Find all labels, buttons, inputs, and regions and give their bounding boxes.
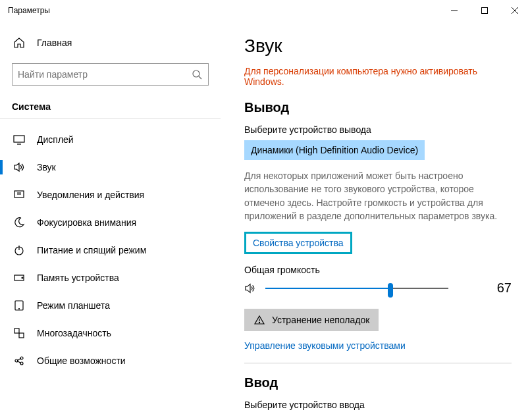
sidebar-item-label: Режим планшета bbox=[37, 300, 110, 311]
sidebar-item-notifications[interactable]: Уведомления и действия bbox=[0, 181, 221, 209]
svg-line-5 bbox=[199, 76, 201, 79]
sidebar-item-display[interactable]: Дисплей bbox=[0, 126, 221, 153]
notification-icon bbox=[13, 189, 25, 201]
moon-icon bbox=[13, 217, 25, 228]
input-header: Ввод bbox=[244, 375, 512, 390]
svg-rect-15 bbox=[14, 328, 19, 333]
svg-rect-11 bbox=[14, 275, 24, 280]
sidebar-item-power[interactable]: Питание и спящий режим bbox=[0, 236, 221, 264]
minimize-button[interactable] bbox=[439, 0, 469, 21]
sidebar-item-sound[interactable]: Звук bbox=[0, 153, 221, 181]
search-icon bbox=[191, 68, 203, 80]
output-device-dropdown[interactable]: Динамики (High Definition Audio Device) bbox=[244, 140, 425, 160]
slider-fill bbox=[265, 288, 388, 289]
nav-list: Дисплей Звук Уведомления и действия Фоку… bbox=[0, 126, 221, 375]
speaker-icon[interactable] bbox=[244, 282, 256, 294]
storage-icon bbox=[13, 272, 25, 284]
slider-thumb[interactable] bbox=[388, 283, 393, 298]
multitask-icon bbox=[13, 327, 25, 339]
sidebar-item-focus[interactable]: Фокусировка внимания bbox=[0, 209, 221, 236]
sidebar-item-label: Многозадачность bbox=[37, 328, 111, 338]
input-device-label: Выберите устройство ввода bbox=[244, 400, 512, 410]
svg-rect-16 bbox=[19, 333, 24, 338]
sidebar-item-shared[interactable]: Общие возможности bbox=[0, 347, 221, 375]
troubleshoot-button[interactable]: Устранение неполадок bbox=[244, 309, 379, 331]
svg-rect-1 bbox=[482, 8, 488, 14]
sidebar-item-label: Звук bbox=[37, 162, 56, 172]
window-controls bbox=[439, 0, 530, 21]
volume-slider[interactable] bbox=[265, 288, 448, 289]
warning-icon bbox=[253, 314, 265, 326]
sidebar-item-multitask[interactable]: Многозадачность bbox=[0, 319, 221, 347]
device-properties-link[interactable]: Свойства устройства bbox=[244, 232, 352, 254]
manage-devices-link[interactable]: Управление звуковыми устройствами bbox=[244, 340, 406, 351]
window-title: Параметры bbox=[8, 6, 50, 15]
sidebar-item-tablet[interactable]: Режим планшета bbox=[0, 292, 221, 319]
sound-icon bbox=[13, 161, 25, 173]
volume-row: 67 bbox=[244, 280, 512, 296]
output-device-value: Динамики (High Definition Audio Device) bbox=[251, 145, 418, 155]
output-help-text: Для некоторых приложений может быть наст… bbox=[244, 169, 512, 223]
svg-rect-6 bbox=[14, 136, 24, 142]
display-icon bbox=[13, 134, 25, 145]
svg-point-14 bbox=[19, 309, 20, 309]
master-volume-label: Общая громкость bbox=[244, 265, 512, 275]
home-nav[interactable]: Главная bbox=[0, 32, 221, 54]
search-input[interactable] bbox=[18, 69, 191, 80]
divider bbox=[244, 363, 512, 363]
search-box[interactable] bbox=[12, 63, 209, 86]
home-icon bbox=[13, 37, 25, 49]
sidebar-item-label: Дисплей bbox=[37, 134, 74, 145]
close-button[interactable] bbox=[500, 0, 530, 21]
svg-point-21 bbox=[259, 323, 259, 323]
sidebar-item-label: Память устройства bbox=[37, 273, 119, 283]
sidebar-item-storage[interactable]: Память устройства bbox=[0, 264, 221, 292]
sidebar-item-label: Общие возможности bbox=[37, 355, 126, 366]
titlebar: Параметры bbox=[0, 0, 530, 21]
output-device-label: Выберите устройство вывода bbox=[244, 124, 512, 135]
home-label: Главная bbox=[37, 38, 72, 48]
maximize-button[interactable] bbox=[469, 0, 500, 21]
page-title: Звук bbox=[244, 36, 512, 57]
share-icon bbox=[13, 355, 25, 367]
sidebar-item-label: Фокусировка внимания bbox=[37, 217, 136, 228]
output-header: Вывод bbox=[244, 100, 512, 115]
section-title: Система bbox=[0, 97, 221, 119]
power-icon bbox=[13, 244, 25, 256]
sidebar-item-label: Питание и спящий режим bbox=[37, 245, 146, 255]
sidebar: Главная Система Дисплей Звук Уведомления… bbox=[0, 21, 221, 420]
activation-notice: Для персонализации компьютера нужно акти… bbox=[244, 66, 512, 87]
content-pane: Звук Для персонализации компьютера нужно… bbox=[221, 21, 530, 420]
tablet-icon bbox=[13, 300, 25, 311]
volume-value: 67 bbox=[497, 280, 512, 296]
svg-point-12 bbox=[22, 277, 23, 278]
svg-point-4 bbox=[193, 70, 199, 77]
sidebar-item-label: Уведомления и действия bbox=[37, 190, 144, 200]
